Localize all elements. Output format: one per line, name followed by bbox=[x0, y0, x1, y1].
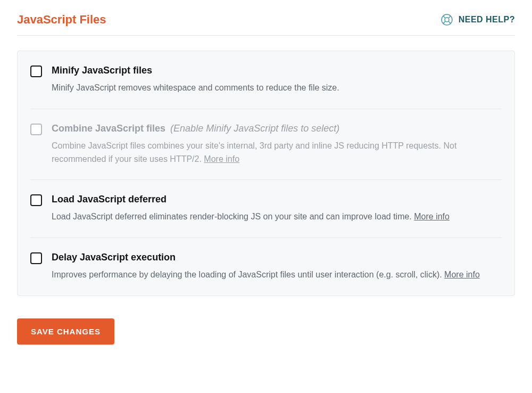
lifebuoy-icon bbox=[440, 13, 453, 26]
svg-line-3 bbox=[448, 16, 450, 18]
need-help-link[interactable]: NEED HELP? bbox=[440, 13, 515, 26]
option-desc: Minify JavaScript removes whitespace and… bbox=[52, 81, 502, 95]
option-desc: Improves performance by delaying the loa… bbox=[52, 268, 502, 282]
option-desc: Load JavaScript deferred eliminates rend… bbox=[52, 210, 502, 224]
svg-point-1 bbox=[445, 18, 449, 22]
option-content: Delay JavaScript execution Improves perf… bbox=[52, 252, 502, 282]
more-info-link[interactable]: More info bbox=[204, 154, 239, 163]
option-content: Minify JavaScript files Minify JavaScrip… bbox=[52, 65, 502, 95]
option-content: Combine JavaScript files (Enable Minify … bbox=[52, 123, 502, 166]
more-info-link[interactable]: More info bbox=[444, 270, 480, 279]
option-desc: Combine JavaScript files combines your s… bbox=[52, 140, 502, 166]
svg-line-4 bbox=[443, 21, 445, 23]
option-content: Load JavaScript deferred Load JavaScript… bbox=[52, 194, 502, 224]
checkbox-defer[interactable] bbox=[30, 194, 42, 206]
page-title: JavaScript Files bbox=[17, 13, 106, 27]
options-panel: Minify JavaScript files Minify JavaScrip… bbox=[17, 51, 515, 296]
more-info-link[interactable]: More info bbox=[414, 212, 450, 221]
header-row: JavaScript Files NEED HELP? bbox=[17, 13, 515, 36]
need-help-label: NEED HELP? bbox=[459, 15, 515, 24]
option-title-text: Combine JavaScript files bbox=[52, 123, 165, 134]
option-title: Minify JavaScript files bbox=[52, 65, 502, 76]
save-changes-button[interactable]: SAVE CHANGES bbox=[17, 318, 114, 345]
option-title: Combine JavaScript files (Enable Minify … bbox=[52, 123, 502, 134]
checkbox-combine bbox=[30, 124, 42, 135]
option-desc-text: Load JavaScript deferred eliminates rend… bbox=[52, 212, 414, 221]
option-title: Delay JavaScript execution bbox=[52, 252, 502, 263]
option-minify: Minify JavaScript files Minify JavaScrip… bbox=[30, 51, 502, 109]
option-hint: (Enable Minify JavaScript files to selec… bbox=[170, 123, 339, 134]
svg-line-2 bbox=[443, 16, 445, 18]
checkbox-minify[interactable] bbox=[30, 66, 42, 77]
svg-line-5 bbox=[448, 21, 450, 23]
option-defer: Load JavaScript deferred Load JavaScript… bbox=[30, 180, 502, 238]
option-combine: Combine JavaScript files (Enable Minify … bbox=[30, 109, 502, 181]
option-desc-text: Improves performance by delaying the loa… bbox=[52, 270, 444, 279]
option-desc-text: Combine JavaScript files combines your s… bbox=[52, 141, 456, 163]
checkbox-delay[interactable] bbox=[30, 252, 42, 264]
option-delay: Delay JavaScript execution Improves perf… bbox=[30, 238, 502, 296]
option-title: Load JavaScript deferred bbox=[52, 194, 502, 205]
